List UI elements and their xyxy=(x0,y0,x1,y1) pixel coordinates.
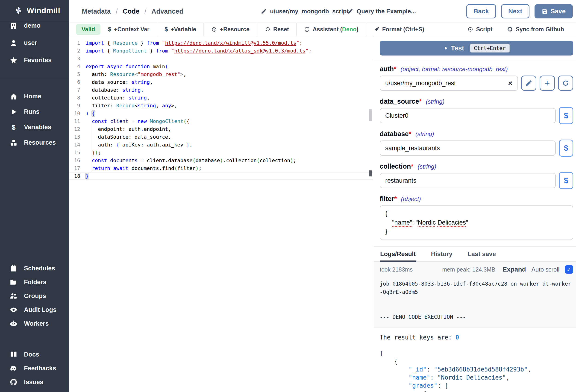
toolbar-format-ctrl-s[interactable]: Format (Ctrl+S) xyxy=(366,23,432,36)
sidebar-item-schedules[interactable]: Schedules xyxy=(0,261,69,275)
editor-overview-cursor-marker xyxy=(369,170,372,176)
next-button[interactable]: Next xyxy=(501,4,529,18)
code-line-15[interactable]: 15 }); xyxy=(69,149,373,156)
toolbar-context-var[interactable]: $+Context Var xyxy=(100,23,157,36)
sidebar-item-docs[interactable]: Docs xyxy=(0,348,69,361)
code-line-9[interactable]: 9 filter: Record<string, any>, xyxy=(69,102,373,110)
insert-variable-button[interactable]: $ xyxy=(559,140,573,157)
sidebar-item-issues[interactable]: Issues xyxy=(0,375,69,389)
field-name: database xyxy=(380,130,409,138)
building-icon xyxy=(10,22,18,30)
filter-line: } xyxy=(385,227,568,236)
collection-input[interactable]: restaurants xyxy=(380,173,556,188)
code-line-14[interactable]: 14 auth: { apiKey: auth.api_key }, xyxy=(69,141,373,149)
line-number: 11 xyxy=(69,118,80,124)
auth-resource-input[interactable]: u/user/my_mongodb_rest × xyxy=(380,76,518,91)
result-section: The result keys are: 0 [ { "_id": "5eb3d… xyxy=(374,328,576,392)
tab-history[interactable]: History xyxy=(431,247,453,262)
expand-button[interactable]: Expand xyxy=(502,266,526,273)
toolbar-reset[interactable]: Reset xyxy=(257,23,296,36)
sidebar-item-groups[interactable]: Groups xyxy=(0,289,69,303)
test-label: Test xyxy=(451,44,464,52)
back-button[interactable]: Back xyxy=(466,4,496,18)
sidebar-item-workers[interactable]: Workers xyxy=(0,317,69,331)
cube-icon xyxy=(211,27,217,32)
save-button[interactable]: Save xyxy=(535,4,573,18)
tab-metadata[interactable]: Metadata xyxy=(82,8,111,15)
filter-json-editor[interactable]: { "name": "Nordic Delicacies"} xyxy=(380,205,573,240)
field-name: auth xyxy=(380,65,394,73)
sidebar-item-runs[interactable]: Runs xyxy=(0,104,69,119)
toolbar-sync-from-github[interactable]: Sync from Github xyxy=(500,23,571,36)
script-summary-edit[interactable]: Query the Example... xyxy=(347,0,416,23)
code-line-11[interactable]: 11 const client = new MongoClient({ xyxy=(69,117,373,125)
code-line-16[interactable]: 16 const documents = client.database(dat… xyxy=(69,156,373,164)
sidebar-item-label: Feedbacks xyxy=(24,365,56,372)
sidebar-item-home[interactable]: Home xyxy=(0,89,69,104)
code-line-10[interactable]: 10) { xyxy=(69,110,373,117)
code-line-13[interactable]: 13 dataSource: data_source, xyxy=(69,133,373,141)
code-line-2[interactable]: 2import { MongoClient } from "https://de… xyxy=(69,47,373,55)
required-asterisk: * xyxy=(394,195,397,202)
sidebar-item-folders[interactable]: Folders xyxy=(0,275,69,289)
toolbar-resource[interactable]: +Resource xyxy=(204,23,257,36)
toolbar-assistant[interactable]: Assistant (Deno) xyxy=(297,23,366,36)
code-line-5[interactable]: 5 auth: Resource<"mongodb_rest">, xyxy=(69,70,373,78)
code-line-3[interactable]: 3 xyxy=(69,55,373,62)
result-line: "grades": [ xyxy=(380,382,573,390)
script-path-edit[interactable]: u/user/my_mongodb_script xyxy=(261,0,348,23)
toolbar-script[interactable]: Script xyxy=(460,23,500,36)
result-json: [ { "_id": "5eb3d668b31de5d588f4293b", "… xyxy=(380,349,573,392)
test-shortcut: Ctrl+Enter xyxy=(470,44,510,53)
insert-variable-button[interactable]: $ xyxy=(559,172,573,189)
data-source-value: Cluster0 xyxy=(385,112,550,119)
code-line-17[interactable]: 17 return await documents.find(filter); xyxy=(69,164,373,172)
tab-code[interactable]: Code xyxy=(123,8,140,15)
toolbar-item-label: Script xyxy=(476,26,492,33)
sidebar-item-label: Workers xyxy=(24,320,49,327)
sidebar-item-user[interactable]: user xyxy=(0,34,69,52)
insert-variable-button[interactable]: $ xyxy=(559,107,573,124)
sidebar-item-audit-logs[interactable]: Audit Logs xyxy=(0,303,69,317)
sidebar-divider xyxy=(0,78,69,78)
data-source-input[interactable]: Cluster0 xyxy=(380,108,556,123)
sidebar-item-demo[interactable]: demo xyxy=(0,17,69,34)
breadcrumb-slash: / xyxy=(116,8,118,15)
tab-last-save[interactable]: Last save xyxy=(467,247,496,262)
database-input[interactable]: sample_restaurants xyxy=(380,140,556,156)
code-line-1[interactable]: 1import { Resource } from "https://deno.… xyxy=(69,39,373,47)
toolbar-item-label: Assistant (Deno) xyxy=(313,26,358,33)
code-line-6[interactable]: 6 data_source: string, xyxy=(69,78,373,86)
code-line-8[interactable]: 8 collection: string, xyxy=(69,94,373,102)
clear-icon[interactable]: × xyxy=(508,80,512,87)
toolbar-variable[interactable]: $+Variable xyxy=(157,23,203,36)
editor-scrollbar-thumb[interactable] xyxy=(369,110,372,121)
test-button[interactable]: Test Ctrl+Enter xyxy=(380,41,573,56)
refresh-icon xyxy=(562,80,569,87)
sidebar-item-variables[interactable]: $Variables xyxy=(0,119,69,135)
code-editor[interactable]: 1import { Resource } from "https://deno.… xyxy=(69,36,373,392)
windmill-script-editor: Windmill demouserFavorites HomeRuns$Vari… xyxy=(0,0,576,392)
autoscroll-checkbox[interactable]: ✓ xyxy=(565,265,573,274)
breadcrumb: Metadata / Code / Advanced xyxy=(82,0,183,23)
tab-advanced[interactable]: Advanced xyxy=(151,8,183,15)
code-line-12[interactable]: 12 endpoint: auth.endpoint, xyxy=(69,125,373,133)
code-line-18[interactable]: 18} xyxy=(69,172,373,180)
line-content: } xyxy=(86,173,89,179)
sidebar-item-label: Runs xyxy=(24,108,40,115)
add-resource-button[interactable]: + xyxy=(540,76,555,91)
code-line-4[interactable]: 4export async function main( xyxy=(69,62,373,70)
github-icon xyxy=(507,27,513,32)
line-number: 15 xyxy=(69,150,80,155)
refresh-resource-button[interactable] xyxy=(558,76,573,91)
result-line: { xyxy=(380,358,573,365)
sidebar-item-resources[interactable]: Resources xyxy=(0,135,69,150)
code-line-7[interactable]: 7 database: string, xyxy=(69,86,373,94)
sidebar-item-favorites[interactable]: Favorites xyxy=(0,52,69,69)
sidebar-item-label: Schedules xyxy=(24,265,55,272)
line-number: 3 xyxy=(69,56,80,61)
edit-resource-button[interactable] xyxy=(521,76,536,91)
tab-logs-result[interactable]: Logs/Result xyxy=(380,247,416,262)
sidebar-item-feedbacks[interactable]: Feedbacks xyxy=(0,361,69,375)
result-intro-text: The result keys are: xyxy=(380,334,456,341)
